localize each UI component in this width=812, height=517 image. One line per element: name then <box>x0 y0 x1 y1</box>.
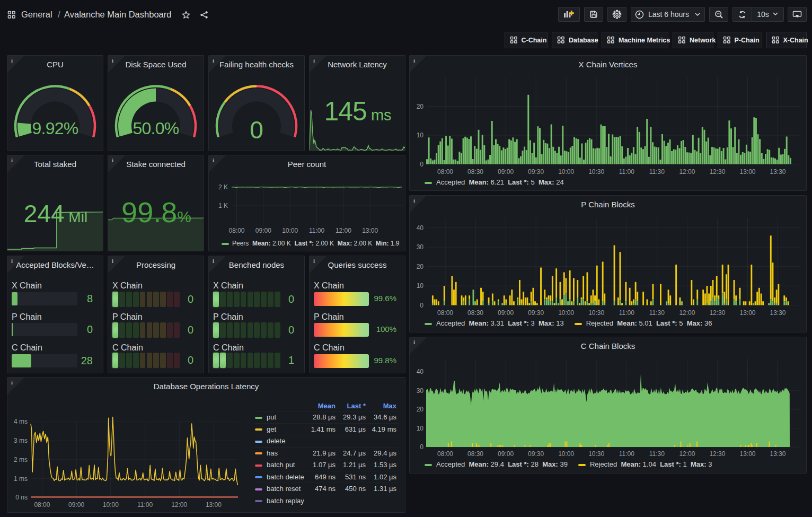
svg-text:08:30: 08:30 <box>467 168 483 176</box>
svg-text:1 K: 1 K <box>218 202 228 209</box>
svg-text:09:30: 09:30 <box>528 168 544 176</box>
svg-text:13:00: 13:00 <box>739 450 755 458</box>
svg-text:11:00: 11:00 <box>137 501 153 509</box>
svg-text:12:00: 12:00 <box>679 450 695 458</box>
svg-text:20: 20 <box>417 263 424 270</box>
svg-text:0: 0 <box>420 443 423 451</box>
svg-text:1 ms: 1 ms <box>14 475 28 483</box>
svg-text:10:30: 10:30 <box>588 450 604 458</box>
svg-text:40: 40 <box>417 368 424 375</box>
svg-text:10:00: 10:00 <box>103 501 119 509</box>
svg-text:08:00: 08:00 <box>34 501 50 509</box>
svg-text:30: 30 <box>417 387 424 395</box>
svg-text:08:30: 08:30 <box>467 450 483 458</box>
svg-text:2 ms: 2 ms <box>14 456 28 463</box>
svg-text:11:00: 11:00 <box>619 450 634 458</box>
svg-text:10:30: 10:30 <box>588 168 604 176</box>
svg-text:11:30: 11:30 <box>649 450 665 458</box>
svg-text:11:30: 11:30 <box>649 309 665 317</box>
svg-text:08:30: 08:30 <box>467 309 483 317</box>
svg-text:20: 20 <box>417 406 424 413</box>
svg-text:11:00: 11:00 <box>619 168 634 176</box>
svg-text:08:00: 08:00 <box>437 450 453 458</box>
svg-text:13:00: 13:00 <box>362 227 378 234</box>
svg-text:09:00: 09:00 <box>498 309 514 317</box>
svg-text:13:00: 13:00 <box>206 501 222 509</box>
svg-text:12:00: 12:00 <box>171 501 187 509</box>
svg-text:11:00: 11:00 <box>619 309 634 317</box>
svg-text:40: 40 <box>417 224 424 232</box>
svg-text:12:30: 12:30 <box>709 309 725 317</box>
svg-text:09:30: 09:30 <box>528 309 544 317</box>
svg-text:9.92%: 9.92% <box>32 119 78 138</box>
svg-text:10: 10 <box>417 425 424 432</box>
svg-text:08:00: 08:00 <box>437 309 453 317</box>
svg-text:09:30: 09:30 <box>528 450 544 458</box>
svg-text:0: 0 <box>250 116 263 144</box>
svg-text:09:00: 09:00 <box>68 501 84 509</box>
svg-text:13:30: 13:30 <box>770 450 785 458</box>
svg-text:12:00: 12:00 <box>679 309 695 317</box>
svg-text:10:30: 10:30 <box>588 309 604 317</box>
svg-text:11:30: 11:30 <box>649 168 665 176</box>
svg-text:50.0%: 50.0% <box>133 119 179 138</box>
svg-text:08:00: 08:00 <box>437 168 453 176</box>
svg-text:12:00: 12:00 <box>336 227 351 234</box>
svg-text:09:00: 09:00 <box>498 450 514 458</box>
svg-text:10:00: 10:00 <box>558 309 574 317</box>
svg-text:30: 30 <box>417 243 424 251</box>
svg-text:10:00: 10:00 <box>282 227 298 234</box>
svg-text:13:30: 13:30 <box>770 168 785 176</box>
svg-text:11:00: 11:00 <box>309 227 324 234</box>
svg-text:08:00: 08:00 <box>228 227 244 234</box>
svg-text:13:30: 13:30 <box>770 309 785 317</box>
svg-text:4 ms: 4 ms <box>14 418 28 425</box>
svg-text:12:00: 12:00 <box>679 168 695 176</box>
svg-text:10:00: 10:00 <box>558 450 574 458</box>
svg-text:13:00: 13:00 <box>739 168 755 176</box>
svg-text:0: 0 <box>420 302 423 309</box>
svg-text:12:30: 12:30 <box>709 168 725 176</box>
svg-text:20: 20 <box>417 103 424 110</box>
svg-text:10:00: 10:00 <box>558 168 574 176</box>
svg-text:2 K: 2 K <box>218 183 228 191</box>
svg-text:10: 10 <box>417 132 424 139</box>
svg-text:12:30: 12:30 <box>709 450 725 458</box>
svg-text:09:00: 09:00 <box>498 168 514 176</box>
svg-text:09:00: 09:00 <box>255 227 271 234</box>
svg-text:10: 10 <box>417 282 424 290</box>
svg-text:3 ms: 3 ms <box>14 437 28 444</box>
svg-text:0: 0 <box>420 161 423 168</box>
svg-text:0 ns: 0 ns <box>15 494 28 501</box>
svg-text:13:00: 13:00 <box>739 309 755 317</box>
